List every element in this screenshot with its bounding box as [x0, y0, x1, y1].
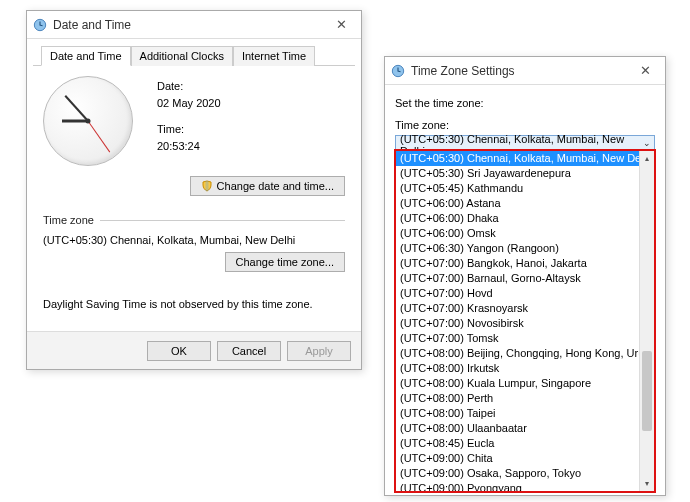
- clock-icon: [33, 18, 47, 32]
- titlebar: Date and Time ✕: [27, 11, 361, 39]
- dst-note: Daylight Saving Time is not observed by …: [43, 298, 345, 310]
- timezone-option[interactable]: (UTC+07:00) Hovd: [396, 286, 654, 301]
- time-value: 20:53:24: [157, 138, 221, 155]
- scroll-thumb[interactable]: [642, 351, 652, 431]
- timezone-option[interactable]: (UTC+08:00) Beijing, Chongqing, Hong Kon…: [396, 346, 654, 361]
- timezone-value: (UTC+05:30) Chennai, Kolkata, Mumbai, Ne…: [43, 234, 345, 246]
- clock-icon: [391, 64, 405, 78]
- scroll-up-button[interactable]: ▴: [640, 151, 654, 166]
- timezone-option[interactable]: (UTC+06:00) Dhaka: [396, 211, 654, 226]
- date-time-window: Date and Time ✕ Date and Time Additional…: [26, 10, 362, 370]
- scrollbar[interactable]: ▴ ▾: [639, 151, 654, 491]
- timezone-option[interactable]: (UTC+08:00) Perth: [396, 391, 654, 406]
- timezone-option[interactable]: (UTC+09:00) Chita: [396, 451, 654, 466]
- date-value: 02 May 2020: [157, 95, 221, 112]
- dialog-footer: OK Cancel Apply: [27, 331, 361, 369]
- timezone-option[interactable]: (UTC+07:00) Novosibirsk: [396, 316, 654, 331]
- change-date-time-button[interactable]: Change date and time...: [190, 176, 345, 196]
- close-button[interactable]: ✕: [327, 14, 355, 36]
- change-time-zone-button[interactable]: Change time zone...: [225, 252, 345, 272]
- timezone-option[interactable]: (UTC+08:00) Ulaanbaatar: [396, 421, 654, 436]
- tab-internet-time[interactable]: Internet Time: [233, 46, 315, 66]
- apply-button[interactable]: Apply: [287, 341, 351, 361]
- tab-panel: Date: 02 May 2020 Time: 20:53:24 Change …: [27, 66, 361, 320]
- timezone-option[interactable]: (UTC+07:00) Bangkok, Hanoi, Jakarta: [396, 256, 654, 271]
- timezone-option[interactable]: (UTC+05:45) Kathmandu: [396, 181, 654, 196]
- time-zone-settings-window: Time Zone Settings ✕ Set the time zone: …: [384, 56, 666, 496]
- timezone-option[interactable]: (UTC+06:00) Astana: [396, 196, 654, 211]
- timezone-option[interactable]: (UTC+07:00) Tomsk: [396, 331, 654, 346]
- chevron-down-icon: ⌄: [643, 138, 651, 148]
- timezone-option[interactable]: (UTC+05:30) Sri Jayawardenepura: [396, 166, 654, 181]
- window-title: Time Zone Settings: [411, 64, 631, 78]
- timezone-option[interactable]: (UTC+05:30) Chennai, Kolkata, Mumbai, Ne…: [396, 151, 654, 166]
- time-label: Time:: [157, 121, 221, 138]
- timezone-option[interactable]: (UTC+08:45) Eucla: [396, 436, 654, 451]
- ok-button[interactable]: OK: [147, 341, 211, 361]
- timezone-option[interactable]: (UTC+08:00) Irkutsk: [396, 361, 654, 376]
- tab-strip: Date and Time Additional Clocks Internet…: [33, 39, 355, 66]
- timezone-option[interactable]: (UTC+07:00) Barnaul, Gorno-Altaysk: [396, 271, 654, 286]
- timezone-option[interactable]: (UTC+09:00) Pyongyang: [396, 481, 654, 493]
- window-title: Date and Time: [53, 18, 327, 32]
- tz-field-label: Time zone:: [395, 119, 655, 131]
- date-label: Date:: [157, 78, 221, 95]
- cancel-button[interactable]: Cancel: [217, 341, 281, 361]
- analog-clock: [43, 76, 133, 166]
- timezone-option[interactable]: (UTC+07:00) Krasnoyarsk: [396, 301, 654, 316]
- set-timezone-label: Set the time zone:: [395, 97, 655, 109]
- timezone-dropdown[interactable]: (UTC+05:30) Chennai, Kolkata, Mumbai, Ne…: [394, 149, 656, 493]
- tab-additional-clocks[interactable]: Additional Clocks: [131, 46, 233, 66]
- timezone-option[interactable]: (UTC+06:30) Yangon (Rangoon): [396, 241, 654, 256]
- timezone-option[interactable]: (UTC+06:00) Omsk: [396, 226, 654, 241]
- titlebar: Time Zone Settings ✕: [385, 57, 665, 85]
- shield-icon: [201, 180, 213, 192]
- timezone-option[interactable]: (UTC+08:00) Taipei: [396, 406, 654, 421]
- close-button[interactable]: ✕: [631, 60, 659, 82]
- scroll-down-button[interactable]: ▾: [640, 476, 654, 491]
- timezone-header: Time zone: [43, 214, 345, 226]
- timezone-option[interactable]: (UTC+08:00) Kuala Lumpur, Singapore: [396, 376, 654, 391]
- timezone-option[interactable]: (UTC+09:00) Osaka, Sapporo, Tokyo: [396, 466, 654, 481]
- tab-date-and-time[interactable]: Date and Time: [41, 46, 131, 66]
